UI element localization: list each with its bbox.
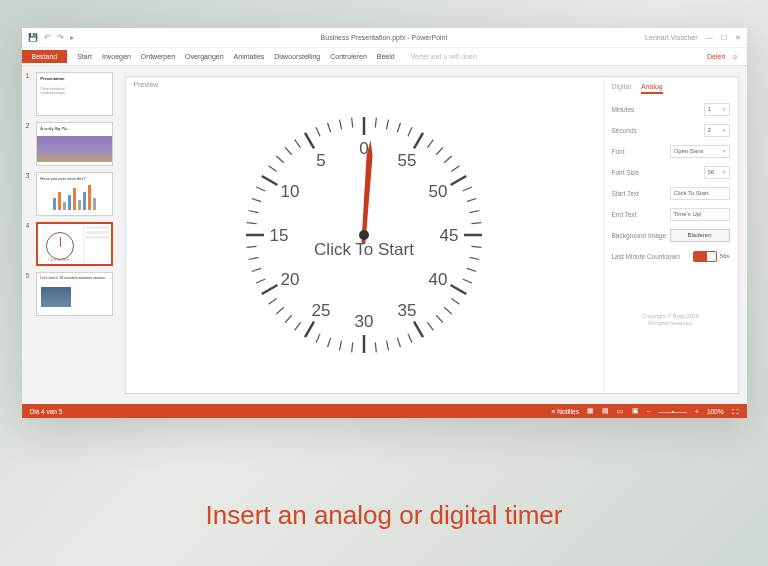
qat-slideshow-icon[interactable]: ▸ [70, 33, 74, 42]
seconds-label: Seconds [612, 127, 637, 134]
ribbon: Bestand Start Invoegen Ontwerpen Overgan… [22, 48, 747, 66]
svg-line-46 [339, 120, 341, 130]
view-reading-icon[interactable]: ▭ [617, 407, 624, 415]
font-select[interactable]: Open Sans [670, 145, 730, 158]
svg-line-29 [285, 315, 292, 322]
svg-line-39 [256, 187, 265, 191]
slide-thumbnails: 1 Presentation Online whiteboardincluded… [22, 66, 117, 404]
svg-line-38 [252, 199, 262, 202]
view-normal-icon[interactable]: ▦ [587, 407, 594, 415]
svg-line-13 [470, 257, 480, 259]
thumb-clock-icon [46, 232, 74, 260]
svg-line-18 [436, 315, 443, 322]
tab-transitions[interactable]: Overgangen [185, 53, 224, 60]
share-button[interactable]: Delen [707, 53, 725, 60]
svg-line-16 [451, 298, 459, 304]
zoom-out-icon[interactable]: − [647, 408, 651, 415]
svg-line-2 [397, 123, 400, 133]
qat-save-icon[interactable]: 💾 [28, 33, 38, 42]
fit-icon[interactable]: ⛶ [732, 408, 739, 415]
tab-start[interactable]: Start [77, 53, 92, 60]
qat-undo-icon[interactable]: ↶ [44, 33, 51, 42]
svg-line-49 [414, 133, 423, 149]
minimize-icon[interactable]: — [706, 34, 713, 42]
slide-stage: Preview [117, 66, 747, 404]
svg-line-8 [463, 187, 472, 191]
qat-redo-icon[interactable]: ↷ [57, 33, 64, 42]
starttext-input[interactable]: Click To Start [670, 187, 730, 200]
tab-animations[interactable]: Animaties [234, 53, 265, 60]
countdown-toggle[interactable] [693, 251, 717, 262]
svg-line-43 [295, 140, 301, 148]
zoom-slider[interactable]: ——•—— [659, 408, 687, 415]
powerpoint-window: 💾 ↶ ↷ ▸ Business Presentation.pptx - Pow… [22, 28, 747, 418]
close-icon[interactable]: ✕ [735, 34, 741, 42]
document-title: Business Presentation.pptx - PowerPoint [321, 34, 448, 41]
endtext-label: End Text [612, 211, 637, 218]
svg-line-32 [256, 279, 265, 283]
seconds-input[interactable]: 2 [704, 124, 730, 137]
slide-counter[interactable]: Dia 4 van 5 [30, 408, 63, 415]
svg-line-19 [427, 322, 433, 330]
svg-line-4 [427, 140, 433, 148]
svg-line-3 [408, 127, 412, 136]
starttext-label: Start Text [612, 190, 639, 197]
slide-thumb-1[interactable]: Presentation Online whiteboardincluded p… [36, 72, 112, 116]
svg-line-0 [375, 118, 376, 128]
clock-num-35: 35 [398, 301, 417, 320]
tellme-search[interactable]: Vertel wat u wilt doen [411, 53, 477, 60]
zoom-level[interactable]: 100% [707, 408, 724, 415]
minutes-input[interactable]: 1 [704, 103, 730, 116]
tab-design[interactable]: Ontwerpen [141, 53, 175, 60]
svg-line-31 [269, 298, 277, 304]
zoom-in-icon[interactable]: + [695, 408, 699, 415]
thumb-number: 4 [26, 222, 34, 266]
svg-line-42 [285, 147, 292, 154]
maximize-icon[interactable]: ☐ [721, 34, 727, 42]
comments-icon[interactable]: ☺ [731, 53, 738, 60]
svg-line-24 [352, 342, 353, 352]
svg-line-12 [471, 246, 481, 247]
slide-thumb-3[interactable]: Have you ever seen this? [36, 172, 112, 216]
clock-start-text[interactable]: Click To Start [314, 240, 414, 260]
tab-view[interactable]: Beeld [377, 53, 395, 60]
svg-line-56 [262, 285, 278, 294]
tab-review[interactable]: Controleren [330, 53, 367, 60]
fontsize-input[interactable]: 56 [704, 166, 730, 179]
analog-clock[interactable]: 0 55 50 45 40 35 30 25 20 15 [229, 100, 499, 370]
svg-line-23 [375, 342, 376, 352]
svg-line-17 [444, 307, 451, 314]
clock-num-5: 5 [316, 151, 325, 170]
thumb-image [37, 136, 111, 162]
slide-thumb-2[interactable]: A really Big Pla... [36, 122, 112, 166]
tab-insert[interactable]: Invoegen [102, 53, 131, 60]
svg-line-44 [316, 127, 320, 136]
svg-line-41 [276, 156, 283, 163]
svg-line-35 [247, 246, 257, 247]
slide-thumb-5[interactable]: Let's start a 10 minute brainstorm sessi… [36, 272, 112, 316]
clock-center [359, 230, 369, 240]
clock-num-20: 20 [281, 270, 300, 289]
svg-line-27 [316, 334, 320, 343]
endtext-input[interactable]: Time's Up! [670, 208, 730, 221]
fontsize-label: Font Size [612, 169, 639, 176]
user-name[interactable]: Lennart Visscher [645, 34, 697, 42]
svg-line-47 [352, 118, 353, 128]
svg-line-26 [328, 338, 331, 348]
view-slideshow-icon[interactable]: ▣ [632, 407, 639, 415]
svg-line-5 [436, 147, 443, 154]
svg-line-9 [467, 199, 477, 202]
tab-slideshow[interactable]: Diavoorstelling [274, 53, 320, 60]
thumb-number: 1 [26, 72, 34, 116]
notes-button[interactable]: ≡ Notities [552, 408, 579, 415]
browse-button[interactable]: Bladeren [670, 229, 730, 242]
svg-line-37 [249, 210, 259, 212]
view-sorter-icon[interactable]: ▤ [602, 407, 609, 415]
file-tab[interactable]: Bestand [22, 50, 68, 63]
content-area: 1 Presentation Online whiteboardincluded… [22, 66, 747, 404]
tab-analog[interactable]: Analog [641, 83, 663, 94]
slide-thumb-4[interactable]: Click To Start [36, 222, 112, 266]
svg-line-10 [470, 210, 480, 212]
current-slide[interactable]: Preview [125, 76, 739, 394]
tab-digital[interactable]: Digital [612, 83, 631, 94]
